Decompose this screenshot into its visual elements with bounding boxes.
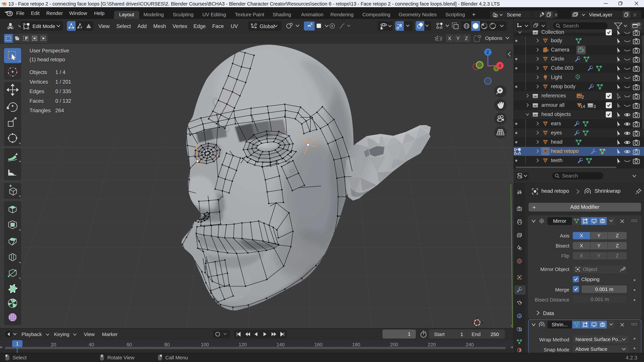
svg-text:Faces: Faces bbox=[30, 98, 44, 104]
svg-text:1 / 201: 1 / 201 bbox=[55, 79, 71, 85]
svg-text:Objects: Objects bbox=[30, 69, 47, 75]
svg-text:(1) head retopo: (1) head retopo bbox=[30, 57, 65, 62]
svg-text:User Perspective: User Perspective bbox=[30, 48, 69, 54]
svg-text:0 / 132: 0 / 132 bbox=[55, 98, 71, 104]
svg-text:Triangles: Triangles bbox=[30, 108, 51, 113]
svg-text:1 / 4: 1 / 4 bbox=[55, 69, 66, 75]
svg-text:Edges: Edges bbox=[30, 88, 44, 94]
svg-text:Vertices: Vertices bbox=[30, 79, 48, 85]
svg-text:0 / 335: 0 / 335 bbox=[55, 88, 71, 94]
svg-text:264: 264 bbox=[55, 108, 64, 113]
svg-text:X: X bbox=[498, 63, 502, 68]
svg-text:Z: Z bbox=[486, 50, 489, 55]
